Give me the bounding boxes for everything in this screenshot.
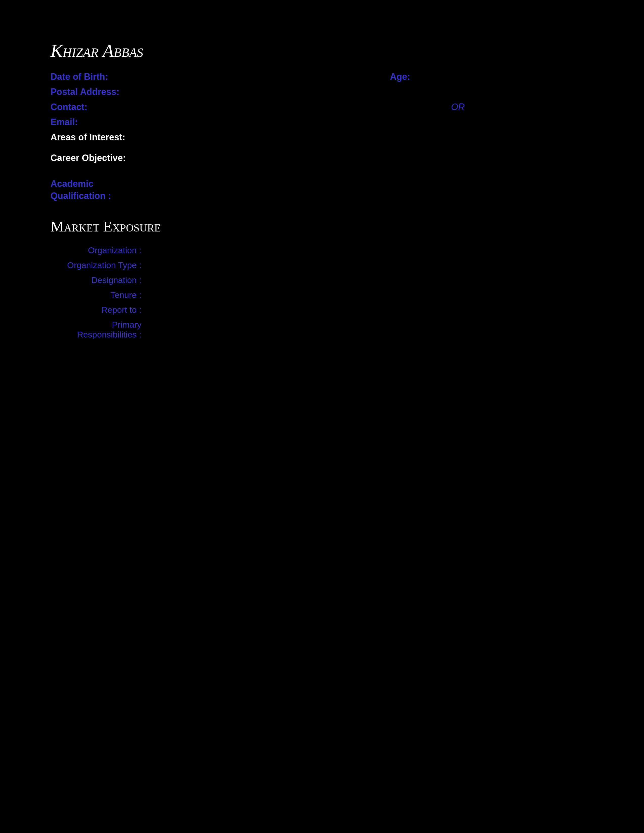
report-to-label: Report to : (66, 305, 147, 315)
contact-label: Contact: (50, 102, 121, 113)
tenure-label: Tenure : (66, 290, 147, 300)
market-row-report-to: Report to : (66, 305, 465, 315)
market-exposure-table: Organization : Organization Type : Desig… (66, 245, 465, 339)
responsibilities-label: Primary Responsibilities : (66, 320, 147, 339)
age-label: Age: (390, 71, 460, 82)
academic-label-line2: Qualification : (50, 191, 121, 201)
academic-label-line1: Academic (50, 178, 121, 189)
dob-age-row: Date of Birth: Age: (50, 71, 465, 82)
career-row: Career Objective: (50, 153, 465, 163)
postal-row: Postal Address: (50, 87, 465, 97)
academic-row: Academic Qualification : (50, 178, 465, 203)
areas-label: Areas of Interest: (50, 132, 125, 143)
market-row-org-type: Organization Type : (66, 260, 465, 270)
page-container: Khizar Abbas Date of Birth: Age: Postal … (30, 20, 485, 365)
or-text: OR (451, 102, 465, 113)
career-label: Career Objective: (50, 153, 126, 163)
name-heading: Khizar Abbas (50, 40, 465, 61)
market-row-designation: Designation : (66, 275, 465, 285)
contact-row: Contact: OR (50, 102, 465, 113)
postal-label: Postal Address: (50, 87, 121, 97)
email-label: Email: (50, 117, 121, 127)
email-row: Email: (50, 117, 465, 127)
areas-row: Areas of Interest: (50, 132, 465, 143)
market-row-organization: Organization : (66, 245, 465, 255)
organization-label: Organization : (66, 245, 147, 255)
org-type-label: Organization Type : (66, 260, 147, 270)
market-row-tenure: Tenure : (66, 290, 465, 300)
market-row-responsibilities: Primary Responsibilities : (66, 320, 465, 339)
market-exposure-title: Market Exposure (50, 218, 465, 235)
designation-label: Designation : (66, 275, 147, 285)
dob-label: Date of Birth: (50, 71, 121, 82)
